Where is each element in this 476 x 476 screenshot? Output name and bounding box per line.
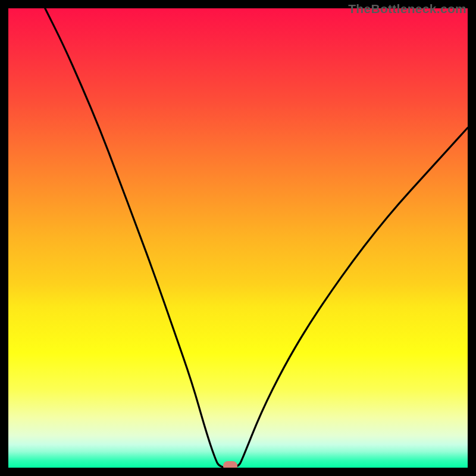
curve-path [45, 8, 468, 468]
plot-area [8, 8, 468, 468]
chart-frame: TheBottleneck.com [0, 0, 476, 476]
bottleneck-curve [8, 8, 468, 468]
watermark-label: TheBottleneck.com [348, 2, 466, 16]
optimum-marker [223, 461, 237, 468]
